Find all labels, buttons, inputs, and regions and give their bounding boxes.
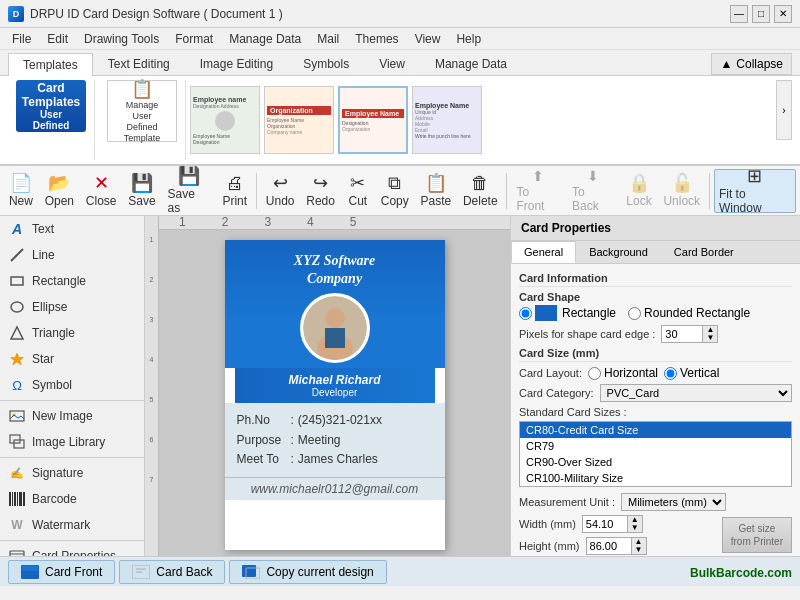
card-category-select[interactable]: PVC_Card xyxy=(600,384,792,402)
menu-item-view[interactable]: View xyxy=(407,30,449,48)
minimize-button[interactable]: — xyxy=(730,5,748,23)
panel-tab-card-border[interactable]: Card Border xyxy=(661,241,747,263)
menu-item-format[interactable]: Format xyxy=(167,30,221,48)
svg-rect-24 xyxy=(22,566,38,571)
sidebar-item-card-properties[interactable]: Card Properties xyxy=(0,543,144,556)
sidebar-item-ellipse[interactable]: Ellipse xyxy=(0,294,144,320)
image-library-icon xyxy=(8,433,26,451)
tab-image-editing[interactable]: Image Editing xyxy=(185,52,288,75)
undo-button[interactable]: ↩ Undo xyxy=(261,169,299,213)
size-cr90[interactable]: CR90-Over Sized xyxy=(520,454,791,470)
template-thumb-1[interactable]: Employee name Designation Address Employ… xyxy=(190,86,260,154)
panel-tab-background[interactable]: Background xyxy=(576,241,661,263)
sidebar-item-signature[interactable]: ✍ Signature xyxy=(0,460,144,486)
height-spinbox[interactable]: ▲ ▼ xyxy=(586,537,647,555)
rectangle-radio[interactable] xyxy=(519,307,532,320)
print-button[interactable]: 🖨 Print xyxy=(217,169,251,213)
template-thumb-4[interactable]: Employee Name Unique Id AddressMobileEma… xyxy=(412,86,482,154)
cut-button[interactable]: ✂ Cut xyxy=(342,169,374,213)
sidebar-item-symbol[interactable]: Ω Symbol xyxy=(0,372,144,398)
collapse-label: Collapse xyxy=(736,57,783,71)
size-cr100[interactable]: CR100-Military Size xyxy=(520,470,791,486)
text-icon: A xyxy=(8,220,26,238)
size-cr79[interactable]: CR79 xyxy=(520,438,791,454)
vertical-radio[interactable] xyxy=(664,367,677,380)
tab-text-editing[interactable]: Text Editing xyxy=(93,52,185,75)
template-thumb-3[interactable]: Employee Name Designation Organization xyxy=(338,86,408,154)
fit-to-window-button[interactable]: ⊞ Fit to Window xyxy=(714,169,796,213)
menu-item-file[interactable]: File xyxy=(4,30,39,48)
rounded-radio[interactable] xyxy=(628,307,641,320)
panel-tab-general[interactable]: General xyxy=(511,241,576,263)
redo-button[interactable]: ↪ Redo xyxy=(301,169,339,213)
tab-templates[interactable]: Templates xyxy=(8,53,93,76)
width-spinbox[interactable]: ▲ ▼ xyxy=(582,515,643,533)
unlock-button[interactable]: 🔓 Unlock xyxy=(659,169,705,213)
tab-manage-data[interactable]: Manage Data xyxy=(420,52,522,75)
maximize-button[interactable]: □ xyxy=(752,5,770,23)
purpose-value: Meeting xyxy=(298,431,341,450)
menu-item-themes[interactable]: Themes xyxy=(347,30,406,48)
delete-button[interactable]: 🗑 Delete xyxy=(458,169,502,213)
sidebar-item-star[interactable]: Star xyxy=(0,346,144,372)
menu-item-mail[interactable]: Mail xyxy=(309,30,347,48)
copy-button[interactable]: ⧉ Copy xyxy=(376,169,414,213)
ribbon-section-card-templates: Card Templates User Defined xyxy=(8,80,95,160)
pixels-input[interactable] xyxy=(662,327,702,341)
sidebar-item-line[interactable]: Line xyxy=(0,242,144,268)
new-button[interactable]: 📄 New xyxy=(4,169,38,213)
menu-item-drawing-tools[interactable]: Drawing Tools xyxy=(76,30,167,48)
lock-button[interactable]: 🔒 Lock xyxy=(621,169,656,213)
measurement-unit-select[interactable]: Milimeters (mm) xyxy=(621,493,726,511)
vertical-option[interactable]: Vertical xyxy=(664,366,719,380)
close-doc-label: Close xyxy=(86,194,117,208)
card-templates-button[interactable]: Card Templates User Defined xyxy=(16,80,86,132)
menu-item-edit[interactable]: Edit xyxy=(39,30,76,48)
sidebar-item-text[interactable]: A Text xyxy=(0,216,144,242)
open-button[interactable]: 📂 Open xyxy=(40,169,79,213)
rectangle-option[interactable]: Rectangle xyxy=(519,305,616,321)
close-button[interactable]: ✕ xyxy=(774,5,792,23)
width-input[interactable] xyxy=(583,517,627,531)
save-button[interactable]: 💾 Save xyxy=(123,169,160,213)
menu-item-help[interactable]: Help xyxy=(448,30,489,48)
pixels-down-btn[interactable]: ▼ xyxy=(703,334,717,342)
height-input[interactable] xyxy=(587,539,631,553)
sidebar-item-triangle[interactable]: Triangle xyxy=(0,320,144,346)
sidebar-item-barcode[interactable]: Barcode xyxy=(0,486,144,512)
manage-template-button[interactable]: 📋 ManageUserDefinedTemplate xyxy=(107,80,177,142)
star-icon xyxy=(8,350,26,368)
template-thumb-2[interactable]: Organization Employee Name Organization … xyxy=(264,86,334,154)
card-back-button[interactable]: Card Back xyxy=(119,560,225,584)
to-back-button[interactable]: ⬇ To Back xyxy=(567,169,619,213)
save-as-button[interactable]: 💾 Save as xyxy=(162,169,215,213)
get-size-button[interactable]: Get sizefrom Printer xyxy=(722,517,792,553)
to-front-button[interactable]: ⬆ To Front xyxy=(511,169,565,213)
ribbon-content: Card Templates User Defined 📋 ManageUser… xyxy=(0,76,800,166)
tab-symbols[interactable]: Symbols xyxy=(288,52,364,75)
sidebar-item-image-library[interactable]: Image Library xyxy=(0,429,144,455)
size-cr80[interactable]: CR80-Credit Card Size xyxy=(520,422,791,438)
app-title: DRPU ID Card Design Software ( Document … xyxy=(30,7,283,21)
sidebar-item-new-image[interactable]: New Image xyxy=(0,403,144,429)
rounded-option[interactable]: Rounded Rectangle xyxy=(628,306,750,320)
website-text: www.michaelr0112@gmail.com xyxy=(251,482,419,496)
copy-design-button[interactable]: Copy current design xyxy=(229,560,386,584)
tab-view[interactable]: View xyxy=(364,52,420,75)
collapse-ribbon-button[interactable]: ▲ Collapse xyxy=(711,53,792,75)
close-doc-icon: ✕ xyxy=(94,174,109,192)
menu-item-manage-data[interactable]: Manage Data xyxy=(221,30,309,48)
pixels-spinbox[interactable]: ▲ ▼ xyxy=(661,325,718,343)
horizontal-option[interactable]: Horizontal xyxy=(588,366,658,380)
height-down-btn[interactable]: ▼ xyxy=(632,546,646,554)
close-doc-button[interactable]: ✕ Close xyxy=(81,169,121,213)
paste-button[interactable]: 📋 Paste xyxy=(416,169,456,213)
width-down-btn[interactable]: ▼ xyxy=(628,524,642,532)
card-front-button[interactable]: Card Front xyxy=(8,560,115,584)
sidebar-item-watermark[interactable]: W Watermark xyxy=(0,512,144,538)
svg-rect-14 xyxy=(23,492,25,506)
horizontal-radio[interactable] xyxy=(588,367,601,380)
save-as-icon: 💾 xyxy=(178,167,200,185)
sidebar-item-rectangle[interactable]: Rectangle xyxy=(0,268,144,294)
ribbon-scroll-right[interactable]: › xyxy=(776,80,792,140)
